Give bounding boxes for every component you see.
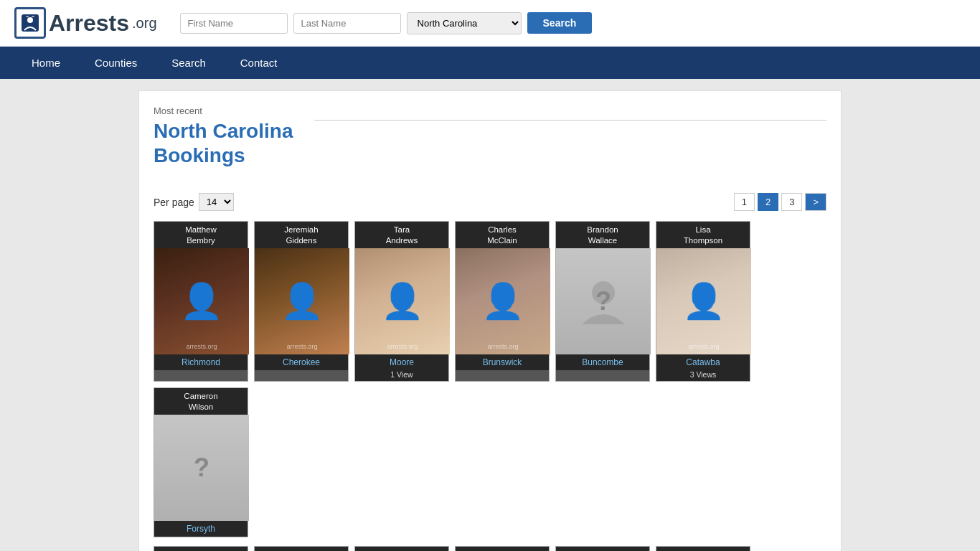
card-name-thompson: LisaThompson [656,222,750,248]
pagination: 1 2 3 > [734,193,826,211]
card-photo-bembry: 👤 arrests.org [154,248,249,354]
card-bembry[interactable]: MatthewBembry 👤 arrests.org Richmond [154,221,248,382]
card-name-wallace: BrandonWallace [556,222,649,248]
divider-line [314,120,826,121]
svg-point-1 [27,17,33,23]
card-name-whealton: RichardWhealton [656,547,750,551]
card-name-giddens: JeremiahGiddens [255,222,348,248]
logo-arrests-text: Arrests [49,10,129,37]
card-county-giddens[interactable]: Cherokee [255,354,348,370]
card-mccoy[interactable]: FrankMcCoy 👤 arrests.org [354,546,449,551]
card-photo-mcclain: 👤 arrests.org [456,248,550,354]
card-whealton[interactable]: RichardWhealton ? [656,546,750,551]
card-photo-thompson: 👤 arrests.org [656,248,751,354]
card-county-wilson[interactable]: Forsyth [154,521,248,537]
card-name-mcclain: CharlesMcClain [456,222,549,248]
card-county-thompson[interactable]: Catawba [656,354,750,370]
card-andrews[interactable]: TaraAndrews 👤 arrests.org Moore 1 View [354,221,449,382]
header: Arrests.org North Carolina Alabama Alask… [0,0,980,47]
svg-rect-2 [26,16,29,17]
page-1[interactable]: 1 [734,193,755,211]
card-pickens[interactable]: JustinPickens ? [555,546,650,551]
card-photo-andrews: 👤 arrests.org [355,248,450,354]
title-block: Most recent North CarolinaBookings [154,105,293,179]
card-wilson[interactable]: CameronWilson ? Forsyth [154,387,248,537]
controls-row: Per page 14 28 42 1 2 3 > [154,193,826,211]
most-recent-label: Most recent [154,105,293,116]
main-nav: Home Counties Search Contact [0,47,980,79]
nav-counties[interactable]: Counties [77,47,154,79]
svg-rect-3 [32,16,34,17]
logo-org-text: .org [132,15,156,32]
card-views-andrews: 1 View [355,370,448,381]
cards-row-1: MatthewBembry 👤 arrests.org Richmond Jer… [154,221,826,537]
card-name-pickens: JustinPickens [556,547,649,551]
header-search-form: North Carolina Alabama Alaska California… [180,12,966,34]
card-county-wallace[interactable]: Buncombe [556,354,649,370]
card-name-wilson: CameronWilson [154,388,248,415]
card-county-mcclain[interactable]: Brunswick [456,354,549,370]
card-davis[interactable]: DyvaeDavis ? [455,546,550,551]
state-select[interactable]: North Carolina Alabama Alaska California… [407,12,522,34]
logo[interactable]: Arrests.org [14,7,157,39]
last-name-input[interactable] [293,13,401,34]
card-name-davis: DyvaeDavis [456,547,549,551]
card-county-bembry[interactable]: Richmond [154,354,248,370]
card-mcclain[interactable]: CharlesMcClain 👤 arrests.org Brunswick [455,221,550,382]
card-giddens[interactable]: JeremiahGiddens 👤 arrests.org Cherokee [254,221,349,382]
card-thompson[interactable]: LisaThompson 👤 arrests.org Catawba 3 Vie… [656,221,750,382]
page-next[interactable]: > [805,193,826,211]
title-area: Most recent North CarolinaBookings [154,105,826,179]
page-title: North CarolinaBookings [154,119,293,167]
content-area: Most recent North CarolinaBookings Per p… [138,90,842,551]
card-name-bembry: MatthewBembry [154,222,248,248]
card-views-thompson: 3 Views [656,370,750,381]
card-photo-wilson: ? [154,415,249,521]
logo-icon [14,7,46,39]
nav-contact[interactable]: Contact [223,47,295,79]
card-photo-giddens: 👤 arrests.org [255,248,349,354]
card-county-andrews[interactable]: Moore [355,354,448,370]
cards-row-2: JoseFernandez 👤 arrests.org FreddieStrea… [154,546,826,551]
card-name-mccoy: FrankMcCoy [355,547,448,551]
card-photo-wallace: ? [556,248,651,354]
page-3[interactable]: 3 [781,193,802,211]
card-name-streater: FreddieStreater [255,547,348,551]
card-fernandez[interactable]: JoseFernandez 👤 arrests.org [154,546,248,551]
per-page-label: Per page [154,197,194,208]
per-page-select[interactable]: 14 28 42 [199,193,234,211]
per-page-area: Per page 14 28 42 [154,193,234,211]
card-name-andrews: TaraAndrews [355,222,448,248]
card-name-fernandez: JoseFernandez [154,547,248,551]
page-2[interactable]: 2 [758,193,778,211]
first-name-input[interactable] [180,13,288,34]
nav-search[interactable]: Search [154,47,223,79]
card-streater[interactable]: FreddieStreater ? [254,546,349,551]
card-wallace[interactable]: BrandonWallace ? Buncombe [555,221,650,382]
main-content: Most recent North CarolinaBookings Per p… [131,90,849,551]
search-button[interactable]: Search [527,12,593,34]
nav-home[interactable]: Home [14,47,77,79]
